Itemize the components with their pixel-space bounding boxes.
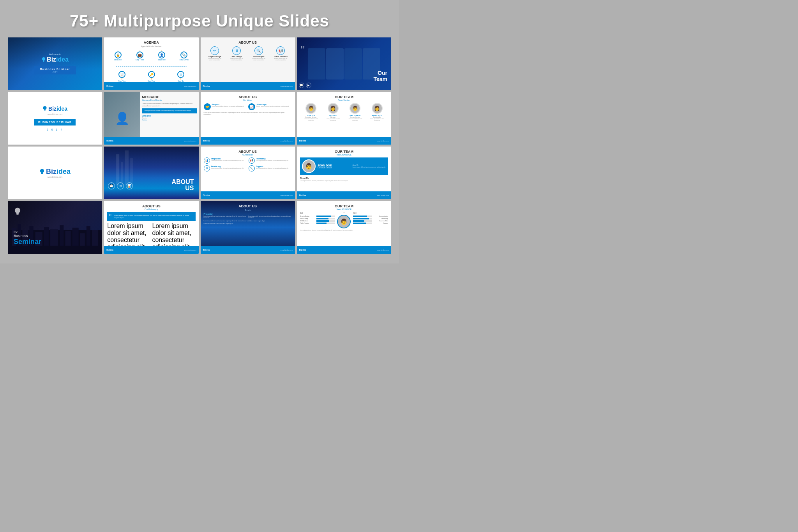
svg-point-6 <box>40 169 44 173</box>
team-profiles-content: OUR TEAM Team Section 👨 JOHN DOE Executi… <box>297 92 391 133</box>
slide-1-content: Welcome to Bizidea Business Seminar <box>8 37 102 90</box>
mac-avatar: 👨 <box>350 103 360 114</box>
skill-row-6: Leadership <box>353 218 388 219</box>
skill-bar-6 <box>353 218 369 219</box>
svg-rect-10 <box>125 150 129 186</box>
the-text: the <box>14 230 41 234</box>
skills-desc: Lorem ipsum dolor sit amet consectetur a… <box>300 230 388 232</box>
slide-11-footer: Bizidea www.bizidea.com <box>201 191 295 199</box>
message-title: MESSAGE <box>142 95 196 99</box>
projection-section: Projection Lorem ipsum dolor sit amet co… <box>204 213 292 219</box>
slide-15-about-simple[interactable]: ABOUT US Simple Projection Lorem ipsum d… <box>201 201 295 254</box>
chart-icon: 📊 <box>126 182 133 189</box>
another-section: Lorem ipsum dolor sit amet consectetur a… <box>204 223 292 224</box>
team-john-title: OUR TEAM <box>300 150 388 154</box>
skill-bar-2 <box>316 218 328 219</box>
simple-title: ABOUT US <box>204 204 292 208</box>
svg-rect-27 <box>16 213 19 215</box>
slide-3-about[interactable]: ABOUT US ✏ Graphic Design Lorem ipsum do… <box>201 37 295 90</box>
slide-11-about-mission[interactable]: ABOUT US Our Mission 📊 Projection Lorem … <box>201 147 295 199</box>
skills-title: OUR TEAM <box>300 204 388 208</box>
team-john-content: OUR TEAM Meet JOHN DOE 👨 JOHN DOE Execut… <box>297 147 391 185</box>
quote-mark-2: " <box>109 213 111 222</box>
projection-icon: 📊 <box>204 157 210 164</box>
bulb-icon-3 <box>39 168 45 175</box>
slide-8-our-team[interactable]: OUR TEAM Team Section 👨 JOHN DOE Executi… <box>297 92 391 145</box>
mission-item-2: 📢 Promoting Lorem ipsum dolor sit amet c… <box>249 157 292 164</box>
agenda-row-1: 1 🔒 Step One 3 💼 Step Three 5 👤 S <box>107 49 195 61</box>
member-john: 👨 JOHN DOE Executive Director Lorem ipsu… <box>302 103 320 122</box>
mission-content: ABOUT US Our Mission 📊 Projection Lorem … <box>201 147 295 175</box>
bulb-icon <box>41 57 46 62</box>
john-profile: 👨 JOHN DOE Executive Director About MeLo… <box>300 157 388 175</box>
brand-website: www.bizidea.com <box>48 113 63 115</box>
slide-4-our-team-dark[interactable]: " OurTeam 💬 ▶ <box>297 37 391 90</box>
slides-grid: Welcome to Bizidea Business Seminar <box>8 37 391 254</box>
promoting-icon: 📢 <box>249 157 255 164</box>
skills-right: Skill Communication Leadership <box>353 212 388 224</box>
team-john-subtitle: Meet JOHN DOE <box>300 154 388 156</box>
mission-subtitle: Our Mission <box>204 154 292 156</box>
year-label: 2014 <box>40 71 70 73</box>
about-title: ABOUT US <box>204 41 292 44</box>
john-role: Executive Director <box>318 167 332 169</box>
slide-13-biz-seminar-dark[interactable]: the Business Seminar <box>8 201 102 254</box>
skill-bar-8 <box>353 223 366 224</box>
simple-subtitle: Simple <box>204 209 292 211</box>
slide-16-footer: Bizidea www.bizidea.com <box>297 246 391 254</box>
mission-item-3: ⚙ Producing Lorem ipsum dolor sit amet c… <box>204 165 247 171</box>
slide-7-about-vision[interactable]: ABOUT US Our Vision 🤝 Respect Lorem ipsu… <box>201 92 295 145</box>
team-title: OUR TEAM <box>300 95 388 99</box>
graphic-design-icon: ✏ <box>210 46 219 55</box>
step-2: 📊 2 Step Two <box>118 71 126 82</box>
slide-6-footer: Bizidea www.bizidea.com <box>104 137 198 145</box>
mission-item-4: 🔧 Support Lorem ipsum dolor sit amet con… <box>249 165 292 171</box>
vision-item-2: 📈 Advantage Lorem ipsum dolor sit amet c… <box>248 103 292 110</box>
welcome-text: Welcome to <box>49 53 61 55</box>
philosophy-title: ABOUT US <box>107 204 195 208</box>
step-4: 🔑 4 Step Four <box>148 71 155 82</box>
business-text: Business <box>14 234 41 238</box>
person-info: John Doe Director Bizidea <box>142 115 196 121</box>
slide-16-team-skills[interactable]: OUR TEAM Meet JOHN DOE Skill Graphic Des… <box>297 201 391 254</box>
svg-rect-18 <box>44 227 49 246</box>
slide-12-footer: Bizidea www.bizidea.com <box>297 191 391 199</box>
svg-rect-24 <box>87 226 90 246</box>
about-vision-content: ABOUT US Our Vision 🤝 Respect Lorem ipsu… <box>201 92 295 119</box>
slide-14-philosophy[interactable]: ABOUT US Our Philosophy " Lorem ipsum do… <box>104 201 198 254</box>
slide-10-about-dark[interactable]: 💬 ⚙ 📊 ABOUTUS <box>104 147 198 199</box>
member-leathea: 👩 LEATHEA Manager Lorem ipsum dolor sit … <box>324 103 342 122</box>
team-row: 👨 JOHN DOE Executive Director Lorem ipsu… <box>300 103 388 122</box>
person-silhouette-1 <box>308 48 325 80</box>
slide-1-welcome[interactable]: Welcome to Bizidea Business Seminar <box>8 37 102 90</box>
skill-bar-7 <box>353 220 364 222</box>
skill-row-4: Public Relation <box>300 223 335 224</box>
seminar-box: BUSINESS SEMINAR <box>34 119 76 125</box>
respect-icon: 🤝 <box>204 103 211 110</box>
step-3: 3 💼 Step Three <box>136 49 144 61</box>
page-title: 75+ Multipurpose Unique Slides <box>8 8 391 37</box>
svg-rect-21 <box>65 231 71 246</box>
seminar-large: Seminar <box>14 238 41 246</box>
service-4: 📢 Public Relations Lorem ipsum dolor sit… <box>273 46 288 61</box>
brand-url: www.bizidea.com <box>48 176 63 178</box>
brand-logo: Bizidea <box>41 56 69 63</box>
vision-grid: 🤝 Respect Lorem ipsum dolor sit amet con… <box>204 103 292 110</box>
slide-2-footer: Bizidea www.bizidea.com <box>104 82 198 90</box>
slide-5-biz-seminar[interactable]: Bizidea www.bizidea.com BUSINESS SEMINAR… <box>8 92 102 145</box>
slide-2-agenda[interactable]: AGENDA Agenda Whole Seminar 1 🔒 Step One… <box>104 37 198 90</box>
vision-desc: Lorem ipsum dolor sit amet consectetur a… <box>204 112 292 116</box>
advantage-icon: 📈 <box>248 103 255 110</box>
producing-icon: ⚙ <box>204 165 210 171</box>
skills-subtitle: Meet JOHN DOE <box>300 208 388 210</box>
slide-9-biz-logo[interactable]: Bizidea www.bizidea.com <box>8 147 102 199</box>
john-name: JOHN DOE <box>318 164 332 167</box>
svg-rect-8 <box>116 154 119 186</box>
about-icons: ✏ Graphic Design Lorem ipsum dolor sit a… <box>204 46 292 61</box>
slide-12-team-john[interactable]: OUR TEAM Meet JOHN DOE 👨 JOHN DOE Execut… <box>297 147 391 199</box>
slide-6-message[interactable]: 👤 MESSAGE Message From Director Lorem ip… <box>104 92 198 145</box>
john-avatar: 👨 <box>305 103 316 114</box>
chat-icon: 💬 <box>299 83 304 88</box>
about-me-label: About MeLorem ipsum dolor sit amet conse… <box>353 164 386 168</box>
svg-rect-11 <box>130 158 133 186</box>
